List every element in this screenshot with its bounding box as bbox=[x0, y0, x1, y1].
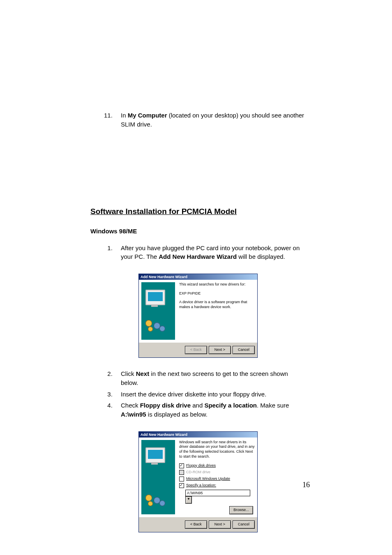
step-11-pre: In bbox=[121, 112, 128, 119]
wizard2-cdrom-row: CD-ROM drive bbox=[179, 470, 255, 475]
checkbox-cdrom-label: CD-ROM drive bbox=[186, 470, 210, 475]
wizard2-location-row: A:\WIN95▼ bbox=[185, 490, 255, 504]
wizard1-next-button[interactable]: Next > bbox=[209, 346, 231, 354]
wizard1-device: EXP PnPIDE bbox=[179, 291, 255, 296]
step-1-post: will be displayed. bbox=[237, 253, 285, 260]
gear-icon bbox=[145, 320, 152, 327]
wizard2-next-button[interactable]: Next > bbox=[209, 520, 231, 529]
wizard2-cancel-button[interactable]: Cancel bbox=[233, 520, 255, 529]
wizard1-line2: A device driver is a software program th… bbox=[179, 300, 255, 309]
wizard2-specify-row[interactable]: Specify a location: bbox=[179, 483, 255, 488]
wizard2-floppy-row[interactable]: Floppy disk drives bbox=[179, 463, 255, 468]
step-1: After you have plugged the PC card into … bbox=[114, 244, 306, 262]
wizard1-button-row: < Back Next > Cancel bbox=[139, 342, 257, 357]
wizard1-dialog: Add New Hardware Wizard This wizard sear… bbox=[138, 274, 258, 358]
gears-icon bbox=[145, 495, 170, 507]
section-heading: Software Installation for PCMCIA Model bbox=[90, 207, 306, 216]
wizard2-sidebar-graphic bbox=[141, 440, 175, 514]
wizard2-container: Add New Hardware Wizard Windows will sea… bbox=[90, 431, 306, 532]
gear-icon bbox=[159, 500, 165, 506]
location-input[interactable]: A:\WIN95 bbox=[185, 490, 250, 496]
subsection-heading: Windows 98/ME bbox=[90, 228, 306, 235]
step-11-bold: My Computer bbox=[128, 112, 167, 119]
checkbox-specify[interactable] bbox=[179, 483, 184, 488]
step-3-text: Insert the device driver diskette into y… bbox=[121, 391, 266, 398]
wizard2-browse-row: Browse... bbox=[179, 506, 255, 514]
gear-icon bbox=[148, 501, 153, 506]
monitor-icon bbox=[145, 290, 165, 305]
step-4-mid: and bbox=[191, 402, 204, 409]
wizard2-msupdate-row[interactable]: Microsoft Windows Update bbox=[179, 477, 255, 481]
dropdown-arrow-icon[interactable]: ▼ bbox=[185, 496, 192, 504]
step-list-part2: Click Next in the next two screens to ge… bbox=[90, 369, 306, 419]
step-2-pre: Click bbox=[121, 370, 136, 377]
page-number: 16 bbox=[302, 481, 310, 489]
checkbox-cdrom bbox=[179, 470, 184, 475]
monitor-stand-icon bbox=[151, 462, 158, 465]
step-list: After you have plugged the PC card into … bbox=[90, 244, 306, 262]
monitor-stand-icon bbox=[151, 304, 158, 307]
step-4-bold1: Floppy disk drive bbox=[140, 402, 191, 409]
wizard1-container: Add New Hardware Wizard This wizard sear… bbox=[90, 274, 306, 358]
step-4-bold3: A:\win95 bbox=[121, 411, 146, 418]
step-2: Click Next in the next two screens to ge… bbox=[114, 369, 306, 387]
checkbox-msupdate-label: Microsoft Windows Update bbox=[186, 477, 230, 481]
step-list-continuation: In My Computer (located on your desktop)… bbox=[90, 111, 306, 129]
wizard1-titlebar: Add New Hardware Wizard bbox=[139, 274, 257, 280]
checkbox-floppy[interactable] bbox=[179, 463, 184, 468]
gears-icon bbox=[145, 320, 170, 332]
gear-icon bbox=[145, 495, 152, 501]
gear-icon bbox=[159, 326, 165, 332]
step-1-bold: Add New Hardware Wizard bbox=[159, 253, 237, 260]
monitor-icon bbox=[145, 447, 165, 463]
wizard1-cancel-button[interactable]: Cancel bbox=[233, 346, 255, 354]
wizard2-button-row: < Back Next > Cancel bbox=[139, 517, 257, 532]
browse-button[interactable]: Browse... bbox=[229, 506, 253, 514]
checkbox-msupdate[interactable] bbox=[179, 477, 184, 481]
wizard2-back-button[interactable]: < Back bbox=[185, 520, 207, 529]
step-4: Check Floppy disk drive and Specify a lo… bbox=[114, 401, 306, 419]
step-4-post1: . Make sure bbox=[257, 402, 289, 409]
step-4-post2: is displayed as below. bbox=[146, 411, 208, 418]
wizard2-content: Windows will search for new drivers in i… bbox=[179, 440, 255, 514]
gear-icon bbox=[148, 327, 153, 332]
wizard2-dialog: Add New Hardware Wizard Windows will sea… bbox=[138, 431, 258, 532]
checkbox-floppy-label: Floppy disk drives bbox=[186, 463, 216, 468]
wizard1-sidebar-graphic bbox=[141, 282, 175, 340]
wizard1-content: This wizard searches for new drivers for… bbox=[179, 282, 255, 340]
step-4-pre: Check bbox=[121, 402, 140, 409]
step-11: In My Computer (located on your desktop)… bbox=[114, 111, 306, 129]
step-2-bold: Next bbox=[136, 370, 150, 377]
wizard1-line1: This wizard searches for new drivers for… bbox=[179, 282, 255, 287]
checkbox-specify-label: Specify a location: bbox=[186, 483, 216, 488]
wizard2-titlebar: Add New Hardware Wizard bbox=[139, 432, 257, 438]
wizard1-back-button[interactable]: < Back bbox=[185, 346, 207, 354]
wizard2-intro: Windows will search for new drivers in i… bbox=[179, 440, 255, 459]
step-4-bold2: Specify a location bbox=[204, 402, 257, 409]
step-3: Insert the device driver diskette into y… bbox=[114, 390, 306, 399]
